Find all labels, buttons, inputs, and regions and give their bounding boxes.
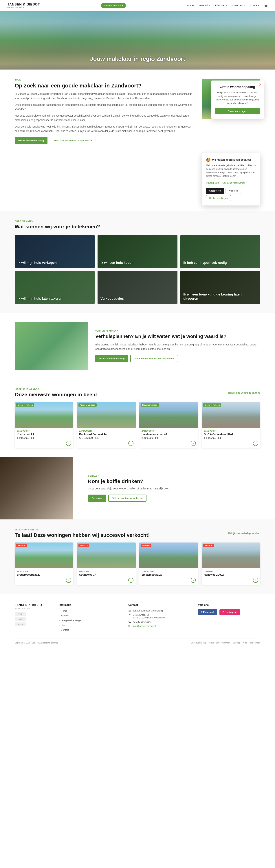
verkocht-image-3: Verkocht xyxy=(139,542,198,568)
woning-body-2: Zandvoort Boulevard Barnaart 14 € 1.195.… xyxy=(77,428,136,448)
cookie-decline-button[interactable]: Weigeren xyxy=(225,188,241,194)
gratis-popup-close-button[interactable]: ✕ xyxy=(259,83,262,87)
footer-link-nieuws[interactable]: Nieuws xyxy=(59,614,121,617)
cookie-settings-button[interactable]: Cookie instellingen xyxy=(206,195,231,201)
diensten-grid: Ik wil mijn huis verkopen Ik wil een hui… xyxy=(15,235,260,304)
cookie-terms-link[interactable]: Algemene voorwaarden xyxy=(222,182,245,184)
gratis-popup-text: Heb je verhuisplannen en ben je benieuwd… xyxy=(215,91,259,105)
verkocht-card-2[interactable]: Verkocht IJmuiden Strandweg 7A › xyxy=(77,542,136,585)
woning-city-1: Zandvoort xyxy=(17,430,71,432)
partner-recurso: Recurso xyxy=(15,622,26,626)
instagram-link[interactable]: ◻ Instagram xyxy=(219,609,240,615)
verkocht-badge-2: Verkocht xyxy=(79,544,89,547)
dienst-kopen[interactable]: Ik wil een huis kopen xyxy=(98,235,177,268)
verkocht-arrow-3[interactable]: › xyxy=(191,578,196,583)
footer-phone-link[interactable]: +31 23 666 6666 xyxy=(133,620,151,623)
woning-card-4[interactable]: Nieuw in verkoop Zandvoort Dr C A Gerkes… xyxy=(202,402,260,448)
verkocht-section: VERKOCHT AANBOD Te laat! Deze woningen h… xyxy=(0,520,275,594)
footer-email-link[interactable]: info@jansen-biesot.nl xyxy=(133,625,156,627)
nav-diensten[interactable]: Diensten xyxy=(215,4,227,7)
dienst-verkoopadvies[interactable]: Verkoopadvies xyxy=(98,271,177,304)
aanbod-view-all-link[interactable]: Bekijk ons volledige aanbod xyxy=(228,391,260,394)
aanbod-grid: Nieuw in verkoop Zandvoort Kochstraat 2A… xyxy=(15,402,260,448)
footer-cookie-instellingen[interactable]: Cookie-instellingen xyxy=(243,642,260,644)
woning-image-4: Nieuw in verkoop xyxy=(202,402,260,428)
navbar: JANSEN & BIESOT MAKELAARDIJ Direct conta… xyxy=(0,0,275,11)
verhuis-content: VERHUISPLANNEN? Verhuisplannen? En je wi… xyxy=(95,330,260,362)
verkocht-badge-3: Verkocht xyxy=(141,544,152,547)
verkocht-card-4[interactable]: Verkocht IJmuiden Rondweg 2D002 › xyxy=(202,542,260,585)
nav-contact[interactable]: Contact xyxy=(250,4,259,7)
verkocht-view-all-link[interactable]: Bekijk ons volledige aanbod xyxy=(228,532,260,535)
koffie-section: CONTACT Kom je koffie drinken? Onze deur… xyxy=(0,457,275,520)
woning-card-1[interactable]: Nieuw in verkoop Zandvoort Kochstraat 2A… xyxy=(15,402,73,448)
verkocht-grid: Verkocht Zandvoort Brederodestraat 20 › … xyxy=(15,542,260,585)
gratis-waardebepaling-button[interactable]: Gratis waardebepaling xyxy=(15,137,48,144)
footer-bottom-links: Cookieverklaring Algemene voorwaarden Si… xyxy=(191,642,260,644)
verkocht-body-3: Zandvoort Einsteinstraat 20 › xyxy=(139,568,198,585)
woning-arrow-2[interactable]: › xyxy=(128,441,134,446)
woning-arrow-4[interactable]: › xyxy=(253,441,258,446)
verhuis-label: VERHUISPLANNEN? xyxy=(95,330,260,332)
aanbod-label: UITGELICHT AANBOD xyxy=(15,388,97,390)
dienst-bouwkundig[interactable]: Ik wil een bouwkundige keuring laten uit… xyxy=(181,271,260,304)
woning-badge-3: Nieuw in verkoop xyxy=(141,403,159,407)
verkocht-city-3: Zandvoort xyxy=(141,570,196,572)
hero-section: Jouw makelaar in regio Zandvoort xyxy=(0,11,275,69)
building-icon: 🏢 xyxy=(128,609,131,612)
cookie-privacy-link[interactable]: Privacybeleid xyxy=(206,182,219,184)
facebook-link[interactable]: f Facebook xyxy=(198,609,217,615)
footer-bottom: Copyright © 2020 - Jansen & Biesot Makel… xyxy=(15,639,260,644)
nav-over-ons[interactable]: Over ons xyxy=(232,4,245,7)
hamburger-icon[interactable]: ☰ xyxy=(264,3,268,8)
woning-price-1: € 595.000,- k.k. xyxy=(17,436,71,439)
dienst-verkopen-label: Ik wil mijn huis verkopen xyxy=(15,258,60,268)
footer-link-links[interactable]: Links xyxy=(59,624,121,627)
verkocht-card-3[interactable]: Verkocht Zandvoort Einsteinstraat 20 › xyxy=(139,542,198,585)
dienst-verkopen[interactable]: Ik wil mijn huis verkopen xyxy=(15,235,94,268)
facebook-icon: f xyxy=(201,611,202,614)
woning-city-2: Zandvoort xyxy=(79,430,134,432)
verkocht-arrow-2[interactable]: › xyxy=(128,578,134,583)
verhuis-kennis-button[interactable]: Maak kennis met onze specialisten xyxy=(130,355,178,362)
footer-info-col: Informatie Home Nieuws Veelgestelde vrag… xyxy=(59,603,121,633)
verkocht-name-3: Einsteinstraat 20 xyxy=(141,573,196,576)
cookie-accept-button[interactable]: Accepteren xyxy=(206,188,224,194)
woning-card-2[interactable]: Nieuw in verkoop Zandvoort Boulevard Bar… xyxy=(77,402,136,448)
woning-name-4: Dr C A Gerkestraat 32rd xyxy=(204,433,258,436)
woning-card-3[interactable]: Nieuw in verkoop Zandvoort Haarlemmerstr… xyxy=(139,402,198,448)
gratis-popup-aanvragen-button[interactable]: Direct aanvragen xyxy=(215,108,259,114)
verhuis-gratis-button[interactable]: Gratis waardebepaling xyxy=(95,355,128,362)
location-icon: 📍 xyxy=(128,614,131,616)
footer-link-home[interactable]: Home xyxy=(59,609,121,613)
bel-direct-button[interactable]: Bel direct xyxy=(88,495,106,502)
verkocht-arrow-1[interactable]: › xyxy=(66,578,71,583)
dienst-hypotheek[interactable]: Ik heb een hypotheek nodig xyxy=(181,235,260,268)
nav-links: Home Aanbod Diensten Over ons Contact ☰ xyxy=(187,3,268,8)
footer-sitemap[interactable]: Sitemap xyxy=(233,642,240,644)
nav-home[interactable]: Home xyxy=(187,4,194,7)
nav-aanbod[interactable]: Aanbod xyxy=(199,4,210,7)
footer: JANSEN & BIESOT MAKELAARDIJ VBO Funda Re… xyxy=(0,594,275,649)
woning-arrow-3[interactable]: › xyxy=(191,441,196,446)
footer-link-contact[interactable]: Contact xyxy=(59,628,121,631)
footer-contact-col: Contact 🏢 Jansen & Biesot Makelaardij 📍 … xyxy=(128,603,191,633)
footer-contact-title: Contact xyxy=(128,603,191,607)
woning-body-1: Zandvoort Kochstraat 2A € 595.000,- k.k.… xyxy=(15,428,73,448)
maak-kennis-button[interactable]: Maak kennis met onze specialisten xyxy=(50,137,97,144)
footer-algemene-voorwaarden[interactable]: Algemene voorwaarden xyxy=(209,642,230,644)
koffie-content: CONTACT Kom je koffie drinken? Onze deur… xyxy=(81,467,176,509)
woning-badge-1: Nieuw in verkoop xyxy=(16,403,34,407)
verkocht-arrow-4[interactable]: › xyxy=(253,578,258,583)
dienst-taxeren[interactable]: Ik wil mijn huis laten taxeren xyxy=(15,271,94,304)
woning-arrow-1[interactable]: › xyxy=(66,441,71,446)
footer-link-faq[interactable]: Veelgestelde vragen xyxy=(59,619,121,622)
woning-price-2: € 1.195.000,- k.k. xyxy=(79,436,134,439)
footer-cookieverklaring[interactable]: Cookieverklaring xyxy=(191,642,206,644)
verkocht-card-1[interactable]: Verkocht Zandvoort Brederodestraat 20 › xyxy=(15,542,73,585)
direct-contact-button[interactable]: Direct contact xyxy=(101,3,126,8)
cookie-banner: 🍪 Wij maken gebruik van cookies! Hallo, … xyxy=(202,153,260,205)
contact-formulier-button[interactable]: Vul het contactformulier in xyxy=(108,495,146,502)
footer-info-title: Informatie xyxy=(59,603,121,607)
verhuis-buttons: Gratis waardebepaling Maak kennis met on… xyxy=(95,355,260,362)
